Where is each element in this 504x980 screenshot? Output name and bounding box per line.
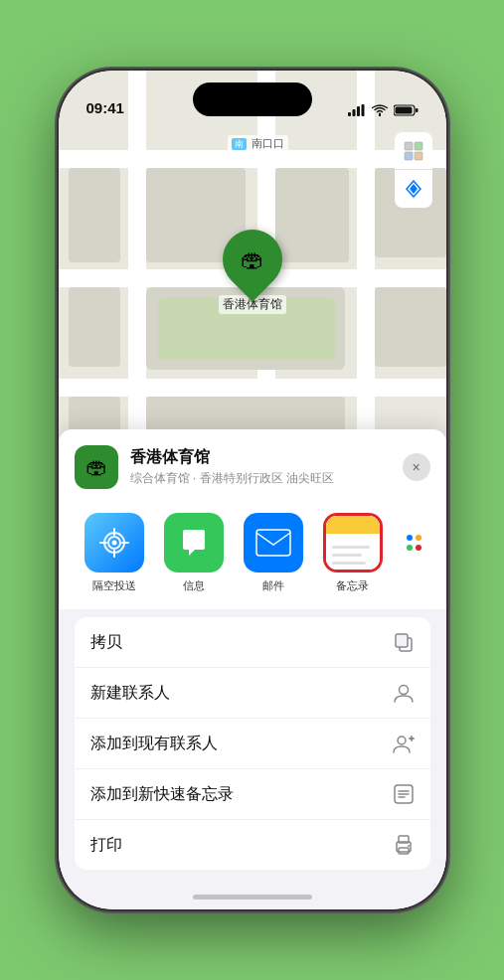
- dot3: [407, 545, 413, 551]
- notes-line2: [332, 554, 362, 557]
- map-road-h3: [59, 379, 446, 397]
- svg-rect-8: [415, 142, 422, 150]
- notes-icon-box: [323, 513, 383, 572]
- svg-rect-1: [352, 109, 355, 116]
- airdrop-label: 隔空投送: [92, 578, 136, 593]
- map-block5: [69, 168, 120, 262]
- add-note-icon: [393, 783, 415, 805]
- notes-label: 备忘录: [336, 578, 369, 593]
- notes-line1: [332, 546, 370, 549]
- stadium-icon: 🏟: [241, 245, 264, 273]
- venue-name: 香港体育馆: [130, 447, 403, 468]
- print-icon: [393, 834, 415, 856]
- messages-icon: [177, 526, 211, 560]
- svg-rect-20: [396, 634, 408, 647]
- copy-icon: [393, 631, 415, 653]
- menu-item-print-text: 打印: [90, 835, 122, 856]
- phone-screen: 09:41: [59, 71, 446, 909]
- notes-top-bar: [326, 516, 380, 534]
- map-type-button[interactable]: [395, 132, 432, 170]
- notes-line4: [332, 570, 358, 572]
- map-pin-circle: 🏟: [210, 218, 294, 302]
- mail-label: 邮件: [262, 578, 284, 593]
- messages-app-item[interactable]: 信息: [154, 513, 234, 593]
- signal-icon: [348, 104, 366, 116]
- map-pin: 🏟 香港体育馆: [219, 230, 286, 314]
- close-button[interactable]: ×: [403, 453, 430, 481]
- menu-item-add-existing-text: 添加到现有联系人: [90, 734, 218, 754]
- mail-app-item[interactable]: 邮件: [234, 513, 313, 593]
- svg-rect-10: [415, 152, 422, 160]
- airdrop-icon-box: [84, 513, 144, 572]
- menu-items: 拷贝 新建联系人 添加到现有联系人: [75, 617, 430, 870]
- notes-line3: [332, 562, 366, 565]
- menu-item-add-existing[interactable]: 添加到现有联系人: [75, 719, 430, 769]
- menu-item-new-contact[interactable]: 新建联系人: [75, 668, 430, 719]
- menu-item-new-contact-text: 新建联系人: [90, 683, 170, 704]
- map-block2: [275, 168, 349, 262]
- dot1: [407, 535, 413, 541]
- menu-item-print[interactable]: 打印: [75, 820, 430, 870]
- svg-rect-7: [405, 142, 413, 150]
- menu-item-copy-text: 拷贝: [90, 632, 122, 653]
- notes-lines: [332, 546, 374, 572]
- app-icons-container: 隔空投送 信息: [59, 501, 446, 609]
- dynamic-island: [193, 82, 312, 116]
- status-time: 09:41: [86, 99, 124, 116]
- sheet-header: 🏟 香港体育馆 综合体育馆 · 香港特别行政区 油尖旺区 ×: [59, 429, 446, 501]
- svg-point-21: [399, 686, 408, 695]
- more-dots-row2: [407, 545, 421, 551]
- svg-point-13: [111, 541, 116, 546]
- menu-item-add-note[interactable]: 添加到新快速备忘录: [75, 769, 430, 820]
- status-icons: [348, 104, 419, 116]
- map-road-h1: [59, 150, 446, 168]
- svg-rect-5: [416, 108, 419, 112]
- svg-rect-31: [399, 848, 409, 854]
- notes-inner: [326, 516, 380, 570]
- svg-rect-0: [348, 112, 351, 116]
- dot2: [416, 535, 421, 541]
- map-block4: [375, 287, 446, 367]
- more-dots-row1: [407, 535, 421, 541]
- dot4: [416, 545, 421, 551]
- svg-point-32: [408, 845, 410, 847]
- map-south-entrance-label: 南 南口口: [228, 135, 288, 152]
- messages-label: 信息: [183, 578, 205, 593]
- svg-rect-6: [395, 107, 412, 114]
- more-app-item[interactable]: [393, 513, 436, 593]
- messages-icon-box: [164, 513, 224, 572]
- phone-frame: 09:41: [59, 71, 446, 909]
- notes-app-item[interactable]: 备忘录: [313, 513, 393, 593]
- svg-rect-2: [357, 106, 360, 116]
- venue-sub: 综合体育馆 · 香港特别行政区 油尖旺区: [130, 470, 403, 487]
- home-indicator: [193, 895, 312, 899]
- airdrop-app-item[interactable]: 隔空投送: [75, 513, 154, 593]
- svg-point-22: [398, 736, 406, 744]
- venue-icon: 🏟: [75, 445, 118, 489]
- map-type-icon: [404, 141, 423, 161]
- menu-item-copy[interactable]: 拷贝: [75, 617, 430, 668]
- mail-icon-box: [244, 513, 303, 572]
- map-block6: [69, 287, 120, 367]
- menu-item-add-note-text: 添加到新快速备忘录: [90, 784, 234, 805]
- venue-info: 香港体育馆 综合体育馆 · 香港特别行政区 油尖旺区: [130, 447, 403, 487]
- new-contact-icon: [393, 682, 415, 704]
- bottom-sheet: 🏟 香港体育馆 综合体育馆 · 香港特别行政区 油尖旺区 ×: [59, 429, 446, 909]
- add-contact-icon: [393, 733, 415, 754]
- battery-icon: [394, 104, 419, 116]
- svg-rect-18: [256, 530, 290, 556]
- location-icon: [405, 180, 422, 198]
- mail-icon: [255, 529, 291, 557]
- svg-rect-3: [361, 104, 364, 116]
- svg-rect-9: [405, 152, 413, 160]
- wifi-icon: [372, 104, 388, 116]
- airdrop-icon: [98, 527, 130, 559]
- location-button[interactable]: [395, 170, 432, 208]
- map-controls: [395, 132, 432, 208]
- more-icon-box: [393, 513, 436, 572]
- more-dots: [407, 535, 421, 551]
